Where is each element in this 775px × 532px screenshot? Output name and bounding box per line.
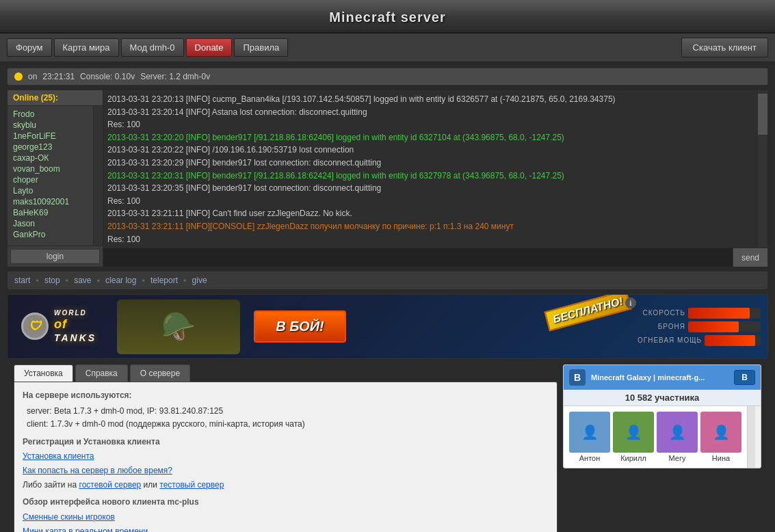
avatar-megu: 👤 Мегу [657, 412, 698, 462]
features-links: Сменные скины игроков Мини карта в реаль… [23, 511, 549, 533]
save-button[interactable]: save [71, 274, 94, 287]
avatar-nina: 👤 Нина [700, 412, 741, 462]
player-maks[interactable]: maks10092001 [8, 196, 93, 207]
avatar-name-nina: Нина [712, 454, 730, 462]
player-jason[interactable]: Jason [8, 218, 93, 229]
social-join-button[interactable]: B [734, 370, 755, 385]
social-panel: В Minecraft Galaxy | minecraft-g... B 10… [563, 364, 761, 468]
dot-sep-3: • [97, 276, 101, 286]
nav-left: Форум Карта мира Мод dmh-0 Donate Правил… [7, 38, 288, 57]
social-avatars: 👤 Антон 👤 Кирилл 👤 Мегу 👤 [564, 406, 747, 468]
nav-rules[interactable]: Правила [234, 38, 288, 57]
player-bahek[interactable]: BaHeK69 [8, 207, 93, 218]
player-george123[interactable]: george123 [8, 142, 93, 152]
link-minimap[interactable]: Мини карта в реальном времени [23, 527, 148, 532]
nav-mod[interactable]: Мод dmh-0 [121, 38, 184, 57]
player-gankpro[interactable]: GankPro [8, 229, 93, 240]
dot-sep-1: • [36, 276, 39, 286]
player-1neforlife[interactable]: 1neForLiFE [8, 131, 93, 142]
teleport-button[interactable]: teleport [148, 274, 181, 287]
wot-logo: 🛡 WORLDofTANKS [8, 309, 110, 343]
ad-banner-inner: 🛡 WORLDofTANKS 🪖 В БОЙ! БЕСПЛАТНО! ℹ СКО… [8, 295, 767, 358]
status-indicator [14, 72, 23, 81]
link-test-server[interactable]: тестовый сервер [159, 480, 224, 490]
avatar-name-anton: Антон [579, 454, 601, 462]
wot-fire-bar-bg [705, 335, 761, 346]
give-button[interactable]: give [189, 274, 210, 287]
server-line: server: Beta 1.7.3 + dmh-0 mod, IP: 93.8… [27, 406, 223, 416]
player-frodo[interactable]: Frodo [8, 109, 93, 120]
ad-banner[interactable]: 🛡 WORLDofTANKS 🪖 В БОЙ! БЕСПЛАТНО! ℹ СКО… [7, 294, 768, 359]
chat-msg-1: 2013-03-31 23:20:14 [INFO] Astana lost c… [107, 106, 754, 119]
lower-content: На сервере используются: server: Beta 1.… [14, 382, 557, 532]
nav-map[interactable]: Карта мира [54, 38, 119, 57]
page-title: Minecraft server [0, 10, 775, 25]
send-button[interactable]: send [733, 248, 767, 267]
chat-msg-4: 2013-03-31 23:20:22 [INFO] /109.196.16.1… [107, 144, 754, 157]
tab-help[interactable]: Справка [75, 364, 128, 382]
chat-messages[interactable]: 2013-03-31 23:20:13 [INFO] cucmp_Banan4i… [103, 90, 758, 248]
player-choper[interactable]: choper [8, 174, 93, 185]
chat-msg-0: 2013-03-31 23:20:13 [INFO] cucmp_Banan4i… [107, 93, 754, 106]
chat-input[interactable] [103, 248, 733, 267]
sidebar-scrollbar[interactable] [93, 106, 103, 245]
tab-install[interactable]: Установка [14, 364, 73, 382]
wot-battle-button[interactable]: В БОЙ! [254, 310, 346, 343]
wot-armor-label: БРОНЯ [638, 323, 685, 330]
social-members: 10 582 участника [564, 390, 761, 406]
player-skyblu[interactable]: skyblu [8, 120, 93, 131]
online-list[interactable]: Frodo skyblu 1neForLiFE george123 сахар-… [8, 106, 93, 245]
chat-input-row: send [103, 248, 767, 267]
header: Minecraft server [0, 0, 775, 34]
clear-log-button[interactable]: clear log [103, 274, 139, 287]
login-button[interactable]: login [10, 249, 100, 264]
chat-scroll-thumb[interactable] [758, 94, 767, 135]
status-console: Console: 0.10v [80, 72, 135, 81]
login-section: login [8, 245, 103, 267]
chat-msg-9: 2013-03-31 23:21:11 [INFO] Can't find us… [107, 207, 754, 220]
start-button[interactable]: start [12, 274, 33, 287]
status-time: 23:21:31 [42, 72, 75, 81]
player-layto[interactable]: Layto [8, 185, 93, 196]
player-saxar[interactable]: сахар-ОК [8, 152, 93, 163]
wot-speed-bar-bg [688, 308, 761, 319]
download-client-button[interactable]: Скачать клиент [681, 38, 768, 57]
wot-stat-speed: СКОРОСТЬ [638, 308, 761, 319]
chat-scrollbar[interactable] [758, 90, 767, 248]
link-guest-server[interactable]: гостевой сервер [79, 480, 142, 490]
section-title-1: На сервере используются: [23, 389, 549, 402]
avatar-img-nina: 👤 [700, 412, 741, 453]
stop-button[interactable]: stop [42, 274, 63, 287]
avatar-name-megu: Мегу [669, 454, 686, 462]
wot-stats: СКОРОСТЬ БРОНЯ ОГНЕВАЯ МОЩЬ [638, 295, 761, 358]
player-vovan[interactable]: vovan_boom [8, 163, 93, 174]
online-sidebar: Online (25): Frodo skyblu 1neForLiFE geo… [8, 90, 103, 267]
wot-speed-label: СКОРОСТЬ [638, 309, 685, 317]
avatar-anton: 👤 Антон [569, 412, 610, 462]
nav-forum[interactable]: Форум [7, 38, 52, 57]
link-servers-row: Либо зайти на гостевой сервер или тестов… [23, 479, 549, 492]
chat-msg-10: 2013-03-31 23:21:11 [INFO][CONSOLE] zzJl… [107, 220, 754, 233]
lower-left: Установка Справка О сервере На сервере и… [14, 364, 557, 532]
status-on-label: on [28, 72, 37, 81]
wot-fire-label: ОГНЕВАЯ МОЩЬ [638, 336, 702, 344]
chat-msg-5: 2013-03-31 23:20:29 [INFO] bender917 los… [107, 157, 754, 170]
wot-stat-fire: ОГНЕВАЯ МОЩЬ [638, 335, 761, 346]
chat-panel: Online (25): Frodo skyblu 1neForLiFE geo… [7, 90, 768, 267]
install-links: Установка клиента Как попасть на сервер … [23, 450, 549, 492]
social-avatars-row: 👤 Антон 👤 Кирилл 👤 Мегу 👤 [564, 406, 761, 468]
link-install-client[interactable]: Установка клиента [23, 451, 94, 461]
online-count: Online (25): [13, 93, 58, 103]
section-title-2: Регистрация и Установка клиента [23, 436, 549, 449]
wot-fire-bar-fill [705, 335, 755, 346]
social-scrollbar[interactable] [747, 406, 755, 468]
tab-about[interactable]: О сервере [130, 364, 190, 382]
nav-donate[interactable]: Donate [186, 38, 233, 57]
avatar-img-megu: 👤 [657, 412, 698, 453]
wot-armor-bar-fill [688, 321, 739, 332]
client-line: client: 1.7.3v + dmh-0 mod (поддержка ру… [27, 419, 305, 429]
chat-msg-2: Res: 100 [107, 118, 754, 131]
wot-info-icon[interactable]: ℹ [625, 297, 636, 308]
link-how-to-join[interactable]: Как попасть на сервер в любое время? [23, 466, 172, 475]
link-skins[interactable]: Сменные скины игроков [23, 512, 115, 522]
